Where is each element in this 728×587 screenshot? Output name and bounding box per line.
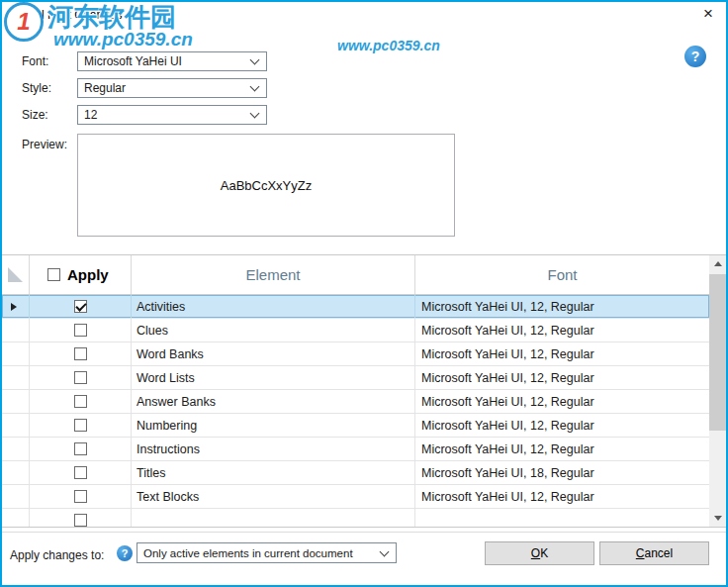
size-dropdown-value: 12 bbox=[78, 108, 251, 122]
row-element-label: Clues bbox=[132, 319, 415, 342]
apply-column-header: Apply bbox=[30, 255, 132, 294]
row-apply-cell bbox=[30, 461, 132, 484]
table-row[interactable]: Instructions Microsoft YaHei UI, 12, Reg… bbox=[2, 438, 709, 461]
watermark-url-secondary: www.pc0359.cn bbox=[337, 38, 440, 53]
font-dropdown-value: Microsoft YaHei UI bbox=[78, 54, 251, 68]
row-apply-checkbox[interactable] bbox=[74, 466, 87, 479]
row-apply-checkbox[interactable] bbox=[74, 347, 87, 360]
row-apply-cell bbox=[30, 390, 132, 413]
table-row[interactable]: Titles Microsoft YaHei UI, 18, Regular bbox=[2, 461, 709, 485]
grid-rows: Activities Microsoft YaHei UI, 12, Regul… bbox=[2, 295, 709, 527]
preview-box: AaBbCcXxYyZz bbox=[77, 134, 455, 237]
chevron-down-icon bbox=[250, 109, 260, 119]
row-element-label: Answer Banks bbox=[132, 390, 415, 413]
row-font-label: Microsoft YaHei UI, 12, Regular bbox=[415, 366, 709, 389]
row-element-label bbox=[132, 509, 415, 527]
preview-sample-text: AaBbCcXxYyZz bbox=[221, 178, 312, 193]
row-element-label: Instructions bbox=[132, 438, 415, 460]
row-apply-cell bbox=[30, 485, 132, 508]
row-font-label: Microsoft YaHei UI, 18, Regular bbox=[415, 461, 709, 484]
row-font-label: Microsoft YaHei UI, 12, Regular bbox=[415, 319, 709, 342]
row-font-label bbox=[415, 509, 709, 527]
table-row[interactable] bbox=[2, 509, 709, 527]
scope-dropdown[interactable]: Only active elements in current document bbox=[136, 542, 397, 563]
row-selector[interactable] bbox=[2, 485, 30, 508]
font-label: Font: bbox=[22, 54, 48, 68]
row-font-label: Microsoft YaHei UI, 12, Regular bbox=[415, 342, 709, 365]
row-selector[interactable] bbox=[2, 438, 30, 460]
footer-divider bbox=[2, 532, 726, 533]
font-column-header[interactable]: Font bbox=[415, 255, 709, 294]
watermark-logo-icon: 1 bbox=[4, 2, 44, 42]
row-font-label: Microsoft YaHei UI, 12, Regular bbox=[415, 438, 709, 460]
chevron-down-icon bbox=[380, 546, 390, 556]
row-font-label: Microsoft YaHei UI, 12, Regular bbox=[415, 414, 709, 437]
table-row[interactable]: Clues Microsoft YaHei UI, 12, Regular bbox=[2, 319, 709, 342]
table-row[interactable]: Text Blocks Microsoft YaHei UI, 12, Regu… bbox=[2, 485, 709, 509]
vertical-scrollbar[interactable] bbox=[709, 255, 726, 527]
row-element-label: Text Blocks bbox=[132, 485, 415, 508]
table-row[interactable]: Answer Banks Microsoft YaHei UI, 12, Reg… bbox=[2, 390, 709, 414]
table-row[interactable]: Word Lists Microsoft YaHei UI, 12, Regul… bbox=[2, 366, 709, 390]
size-dropdown[interactable]: 12 bbox=[77, 105, 267, 125]
grid-header: Apply Element Font bbox=[2, 255, 709, 295]
scope-dropdown-value: Only active elements in current document bbox=[137, 547, 381, 559]
chevron-down-icon bbox=[250, 55, 260, 65]
element-column-header[interactable]: Element bbox=[132, 255, 415, 294]
font-dropdown[interactable]: Microsoft YaHei UI bbox=[77, 51, 267, 71]
row-apply-cell bbox=[30, 438, 132, 460]
row-apply-cell bbox=[30, 509, 132, 527]
corner-triangle-icon bbox=[8, 267, 23, 282]
row-selector[interactable] bbox=[2, 461, 30, 484]
style-label: Style: bbox=[22, 81, 51, 95]
row-selector[interactable] bbox=[2, 295, 30, 318]
close-icon[interactable]: × bbox=[698, 4, 718, 24]
row-selector[interactable] bbox=[2, 509, 30, 527]
table-row[interactable]: Numbering Microsoft YaHei UI, 12, Regula… bbox=[2, 414, 709, 438]
table-row[interactable]: Activities Microsoft YaHei UI, 12, Regul… bbox=[2, 295, 709, 319]
row-element-label: Titles bbox=[132, 461, 415, 484]
row-element-label: Word Lists bbox=[132, 366, 415, 389]
scroll-down-icon[interactable] bbox=[709, 510, 726, 527]
row-apply-checkbox[interactable] bbox=[74, 442, 87, 455]
row-selector[interactable] bbox=[2, 390, 30, 413]
row-apply-cell bbox=[30, 342, 132, 365]
row-apply-cell bbox=[30, 414, 132, 437]
watermark-logo-text: 1 bbox=[17, 8, 30, 36]
row-apply-checkbox[interactable] bbox=[74, 395, 87, 408]
row-apply-cell bbox=[30, 366, 132, 389]
row-selector[interactable] bbox=[2, 366, 30, 389]
row-element-label: Activities bbox=[132, 295, 415, 318]
row-selector[interactable] bbox=[2, 414, 30, 437]
row-apply-checkbox[interactable] bbox=[74, 419, 87, 432]
apply-all-checkbox[interactable] bbox=[47, 268, 60, 281]
select-all-corner[interactable] bbox=[2, 255, 30, 294]
watermark-url: www.pc0359.cn bbox=[53, 29, 193, 50]
style-dropdown[interactable]: Regular bbox=[77, 78, 267, 98]
row-element-label: Numbering bbox=[132, 414, 415, 437]
table-row[interactable]: Word Banks Microsoft YaHei UI, 12, Regul… bbox=[2, 342, 709, 366]
preview-label: Preview: bbox=[22, 138, 67, 151]
row-font-label: Microsoft YaHei UI, 12, Regular bbox=[415, 390, 709, 413]
row-apply-checkbox[interactable] bbox=[74, 324, 87, 337]
row-apply-checkbox[interactable] bbox=[74, 371, 87, 384]
row-apply-cell bbox=[30, 319, 132, 342]
ok-button[interactable]: OK bbox=[485, 541, 594, 565]
row-selector[interactable] bbox=[2, 319, 30, 342]
row-font-label: Microsoft YaHei UI, 12, Regular bbox=[415, 485, 709, 508]
row-selector[interactable] bbox=[2, 342, 30, 365]
elements-grid: Apply Element Font Activities Microsoft … bbox=[2, 254, 726, 528]
row-apply-checkbox[interactable] bbox=[74, 490, 87, 503]
help-icon[interactable]: ? bbox=[684, 46, 706, 67]
row-apply-checkbox[interactable] bbox=[74, 514, 87, 527]
chevron-down-icon bbox=[250, 82, 260, 92]
row-apply-checkbox[interactable] bbox=[74, 300, 87, 313]
scope-help-icon[interactable]: ? bbox=[117, 545, 133, 561]
scroll-up-icon[interactable] bbox=[709, 255, 726, 272]
current-row-arrow-icon bbox=[11, 303, 17, 311]
apply-changes-to-label: Apply changes to: bbox=[10, 548, 104, 562]
cancel-button[interactable]: Cancel bbox=[599, 541, 709, 565]
global-font-changes-dialog: Global Font Changes × 1 河东软件园 www.pc0359… bbox=[0, 0, 728, 587]
scrollbar-thumb[interactable] bbox=[709, 274, 726, 431]
row-apply-cell bbox=[30, 295, 132, 318]
